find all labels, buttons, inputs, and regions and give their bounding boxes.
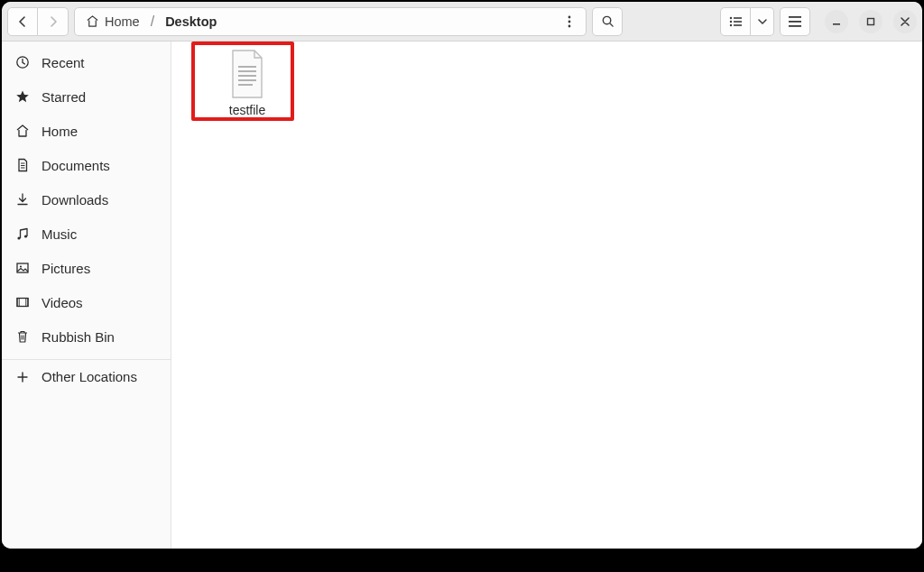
sidebar-item-label: Videos xyxy=(42,295,83,310)
sidebar-item-label: Documents xyxy=(42,158,110,173)
file-view[interactable]: testfile xyxy=(171,42,922,549)
path-bar[interactable]: Home / Desktop xyxy=(74,7,587,36)
sidebar-item-videos[interactable]: Videos xyxy=(2,285,171,319)
kebab-icon xyxy=(568,15,571,28)
sidebar-item-pictures[interactable]: Pictures xyxy=(2,251,171,285)
sidebar-item-other-locations[interactable]: Other Locations xyxy=(2,359,171,393)
trash-icon xyxy=(14,328,31,345)
sidebar-item-label: Recent xyxy=(42,55,85,70)
breadcrumb-home[interactable]: Home xyxy=(79,9,147,34)
home-icon xyxy=(14,123,31,139)
back-button[interactable] xyxy=(7,7,38,36)
search-icon xyxy=(601,14,614,28)
breadcrumb-home-label: Home xyxy=(105,14,140,29)
chevron-left-icon xyxy=(17,16,28,27)
text-file-icon xyxy=(226,49,269,99)
sidebar-item-label: Music xyxy=(42,226,77,242)
sidebar-item-label: Downloads xyxy=(42,192,108,208)
sidebar-item-documents[interactable]: Documents xyxy=(2,148,171,182)
sidebar-item-label: Rubbish Bin xyxy=(42,329,115,345)
list-view-button[interactable] xyxy=(720,7,751,36)
svg-rect-21 xyxy=(17,299,19,307)
svg-point-6 xyxy=(729,20,731,22)
maximize-button[interactable] xyxy=(859,10,882,33)
svg-rect-10 xyxy=(789,16,801,18)
sidebar-item-trash[interactable]: Rubbish Bin xyxy=(2,319,171,354)
star-icon xyxy=(14,88,31,105)
sidebar-item-label: Home xyxy=(42,124,78,139)
nav-button-group xyxy=(7,7,69,36)
window-body: Recent Starred Home Documents xyxy=(2,42,922,549)
hamburger-menu-button[interactable] xyxy=(780,7,810,36)
view-dropdown-button[interactable] xyxy=(751,7,774,36)
svg-point-3 xyxy=(603,16,610,23)
pathbar-menu-button[interactable] xyxy=(557,9,582,34)
maximize-icon xyxy=(866,17,875,26)
home-icon xyxy=(86,14,99,28)
svg-rect-13 xyxy=(833,23,840,25)
sidebar-item-label: Starred xyxy=(42,89,86,105)
minimize-icon xyxy=(832,17,841,26)
documents-icon xyxy=(14,157,31,173)
chevron-down-icon xyxy=(758,17,767,26)
breadcrumb-separator: / xyxy=(149,14,156,30)
svg-point-0 xyxy=(568,15,571,18)
svg-rect-5 xyxy=(734,17,742,19)
svg-rect-11 xyxy=(789,21,801,23)
view-switcher xyxy=(720,7,774,36)
svg-rect-18 xyxy=(17,263,28,272)
window-controls xyxy=(821,10,917,33)
file-item-testfile[interactable]: testfile xyxy=(193,45,301,123)
music-icon xyxy=(14,226,31,242)
downloads-icon xyxy=(14,191,31,208)
videos-icon xyxy=(14,294,31,310)
list-icon xyxy=(729,16,743,27)
close-icon xyxy=(901,17,910,26)
sidebar-item-label: Other Locations xyxy=(42,369,137,384)
breadcrumb-current-label: Desktop xyxy=(165,14,217,29)
sidebar-item-downloads[interactable]: Downloads xyxy=(2,182,171,217)
search-button[interactable] xyxy=(592,7,623,36)
sidebar-item-label: Pictures xyxy=(42,261,90,276)
sidebar-item-recent[interactable]: Recent xyxy=(2,45,171,79)
svg-point-16 xyxy=(17,236,20,239)
svg-point-4 xyxy=(729,16,731,18)
plus-icon xyxy=(14,369,31,385)
sidebar-item-starred[interactable]: Starred xyxy=(2,79,171,114)
forward-button[interactable] xyxy=(38,7,69,36)
svg-rect-14 xyxy=(868,18,874,24)
hamburger-icon xyxy=(789,16,801,27)
svg-point-19 xyxy=(20,265,22,267)
svg-point-17 xyxy=(24,235,27,237)
svg-rect-22 xyxy=(26,299,28,307)
headerbar: Home / Desktop xyxy=(2,2,922,42)
svg-point-2 xyxy=(568,24,571,27)
file-manager-window: Home / Desktop xyxy=(2,2,922,549)
sidebar-item-music[interactable]: Music xyxy=(2,217,171,251)
pictures-icon xyxy=(14,260,31,276)
chevron-right-icon xyxy=(48,16,59,27)
svg-rect-7 xyxy=(734,21,742,23)
sidebar-item-home[interactable]: Home xyxy=(2,114,171,148)
breadcrumb-current[interactable]: Desktop xyxy=(158,9,224,34)
file-label: testfile xyxy=(229,103,265,117)
minimize-button[interactable] xyxy=(825,10,848,33)
svg-rect-12 xyxy=(789,25,801,27)
close-button[interactable] xyxy=(893,10,917,33)
sidebar: Recent Starred Home Documents xyxy=(2,42,171,549)
svg-rect-9 xyxy=(734,24,742,26)
recent-icon xyxy=(14,54,31,70)
svg-point-8 xyxy=(729,23,731,25)
svg-point-1 xyxy=(568,20,571,23)
